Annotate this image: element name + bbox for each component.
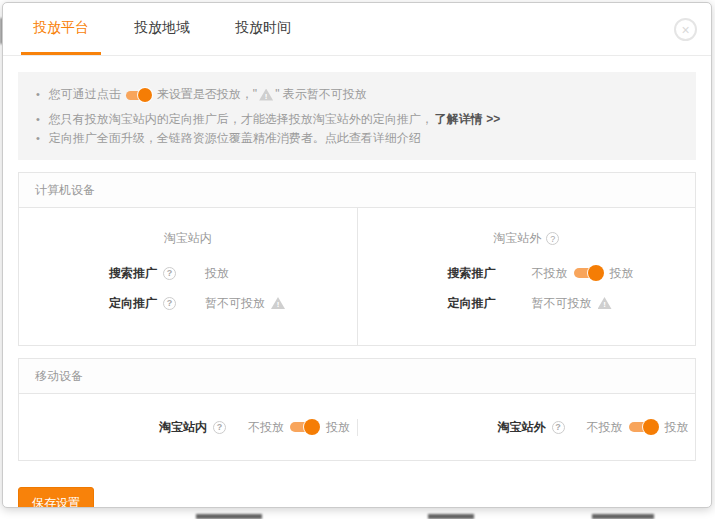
notice-text: 您只有投放淘宝站内的定向推广后，才能选择投放淘宝站外的定向推广，: [49, 111, 433, 128]
row-search-promotion: 搜索推广 不投放 投放: [448, 258, 696, 288]
section-title-mobile: 移动设备: [19, 359, 695, 394]
details-intro-link[interactable]: 点此查看详细介绍: [325, 130, 421, 147]
save-settings-button[interactable]: 保存设置: [18, 487, 94, 508]
toggle-on-label: 投放: [665, 419, 689, 436]
row-label: 淘宝站内: [159, 419, 207, 436]
warning-triangle-icon: !: [271, 297, 285, 309]
help-icon[interactable]: ?: [546, 232, 559, 245]
notice-text: " 表示暂不可投放: [275, 86, 367, 103]
warning-triangle-icon: !: [259, 89, 273, 101]
row-value: 投放: [205, 265, 229, 282]
mobile-taobao-onsite-column: 淘宝站内 ? 不投放 投放: [19, 419, 357, 436]
notice-text: 来设置是否投放，": [157, 86, 257, 103]
column-title: 淘宝站外: [493, 230, 541, 247]
computer-devices-section: 计算机设备 淘宝站内 搜索推广 ? 投放 定向: [18, 172, 696, 346]
bullet-dot: •: [36, 130, 40, 147]
background-page-fragment: [428, 514, 474, 519]
notice-bullet-upgrade: • 定向推广全面升级，全链路资源位覆盖精准消费者。 点此查看详细介绍: [36, 130, 676, 147]
tab-placement-time[interactable]: 投放时间: [223, 3, 303, 55]
toggle-on-label: 投放: [610, 265, 634, 282]
mobile-taobao-offsite-column: 淘宝站外 ? 不投放 投放: [357, 419, 696, 436]
bullet-dot: •: [36, 86, 40, 103]
row-search-promotion: 搜索推广 ? 投放: [109, 258, 357, 288]
close-icon[interactable]: ×: [674, 18, 697, 41]
notice-bullet-toggle-hint: • 您可通过点击 来设置是否投放，" ! " 表示暂不可投放: [36, 86, 676, 103]
tab-placement-region[interactable]: 投放地域: [122, 3, 202, 55]
notice-text: 您可通过点击: [49, 86, 121, 103]
row-value: 暂不可投放: [205, 295, 265, 312]
bullet-dot: •: [36, 111, 40, 128]
column-title: 淘宝站内: [164, 230, 212, 247]
notice-text: 定向推广全面升级，全链路资源位覆盖精准消费者。: [49, 130, 325, 147]
background-page-fragment: [592, 514, 654, 519]
row-targeted-promotion: 定向推广 暂不可投放 !: [448, 288, 696, 318]
notice-bullet-targeting-rule: • 您只有投放淘宝站内的定向推广后，才能选择投放淘宝站外的定向推广， 了解详情 …: [36, 111, 676, 128]
toggle-example-icon: [126, 88, 152, 102]
mobile-devices-section: 移动设备 淘宝站内 ? 不投放 投放: [18, 358, 696, 461]
toggle-off-label: 不投放: [248, 419, 284, 436]
row-label: 搜索推广: [109, 265, 157, 282]
close-glyph: ×: [681, 23, 689, 37]
computer-taobao-offsite-column: 淘宝站外 ? 搜索推广 不投放 投放: [357, 208, 696, 345]
computer-taobao-onsite-column: 淘宝站内 搜索推广 ? 投放 定向推广 ?: [19, 208, 357, 345]
toggle-off-label: 不投放: [532, 265, 568, 282]
mobile-onsite-toggle[interactable]: [290, 419, 320, 435]
tab-placement-platform[interactable]: 投放平台: [21, 3, 101, 55]
help-icon[interactable]: ?: [552, 421, 565, 434]
section-title-computer: 计算机设备: [19, 173, 695, 208]
row-value: 暂不可投放: [532, 295, 592, 312]
placement-settings-dialog: 投放平台 投放地域 投放时间 × • 您可通过点击 来设置是否投放，" ! " …: [2, 2, 712, 508]
row-targeted-promotion: 定向推广 ? 暂不可投放 !: [109, 288, 357, 318]
toggle-off-label: 不投放: [587, 419, 623, 436]
learn-more-link[interactable]: 了解详情 >>: [435, 111, 500, 128]
search-offsite-toggle[interactable]: [574, 265, 604, 281]
row-label: 淘宝站外: [498, 419, 546, 436]
background-page-fragment: [196, 514, 262, 519]
help-icon[interactable]: ?: [163, 297, 176, 310]
notice-box: • 您可通过点击 来设置是否投放，" ! " 表示暂不可投放 • 您只有投放淘宝…: [18, 72, 696, 160]
mobile-offsite-toggle[interactable]: [629, 419, 659, 435]
help-icon[interactable]: ?: [213, 421, 226, 434]
tab-bar: 投放平台 投放地域 投放时间 ×: [3, 3, 711, 56]
help-icon[interactable]: ?: [163, 267, 176, 280]
warning-triangle-icon: !: [598, 297, 612, 309]
row-label: 定向推广: [109, 295, 157, 312]
row-label: 定向推广: [448, 295, 496, 312]
row-label: 搜索推广: [448, 265, 496, 282]
toggle-on-label: 投放: [326, 419, 350, 436]
